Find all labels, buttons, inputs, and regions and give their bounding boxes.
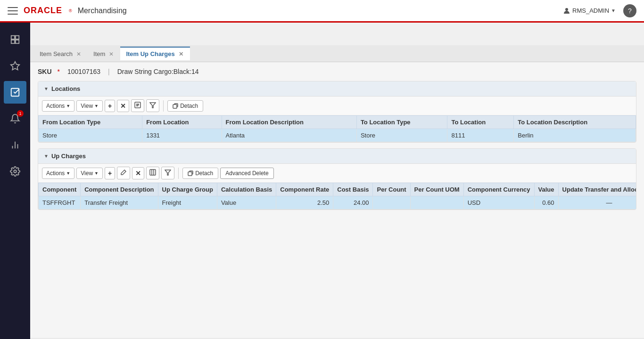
col-value: Value xyxy=(534,183,558,196)
upcharges-edit-row-button[interactable] xyxy=(117,167,130,179)
component-cell: TSFFRGHT xyxy=(39,196,81,210)
tab-close-item-up-charges[interactable]: ✕ xyxy=(178,51,184,57)
col-from-location: From Location xyxy=(142,116,222,129)
col-to-location-description: To Location Description xyxy=(514,116,636,129)
locations-add-button[interactable]: + xyxy=(105,100,115,112)
sidebar-item-notifications[interactable] xyxy=(4,107,26,130)
to-location-type-cell: Store xyxy=(356,129,447,142)
col-cost-basis: Cost Basis xyxy=(333,183,373,196)
sidebar-item-menu[interactable] xyxy=(4,28,26,51)
svg-point-0 xyxy=(565,8,568,11)
locations-delete-button[interactable]: ✕ xyxy=(117,100,129,112)
upcharges-actions-button[interactable]: Actions ▼ xyxy=(42,168,74,179)
view-caret-icon: ▼ xyxy=(94,104,99,108)
upcharges-table-wrapper: Component Component Description Up Charg… xyxy=(38,183,636,210)
locations-section-header[interactable]: ▼ Locations xyxy=(38,81,636,97)
upcharges-toolbar-separator xyxy=(178,168,179,179)
locations-detach-button[interactable]: Detach xyxy=(167,100,203,112)
value-cell: 0.60 xyxy=(534,196,558,210)
sku-label: SKU xyxy=(38,68,52,75)
tab-close-item[interactable]: ✕ xyxy=(108,51,115,57)
sku-required-indicator: * xyxy=(58,68,60,75)
username: RMS_ADMIN xyxy=(572,7,609,14)
col-component-description: Component Description xyxy=(81,183,158,196)
sidebar-item-settings[interactable] xyxy=(4,160,26,183)
locations-collapse-icon: ▼ xyxy=(44,86,49,91)
col-up-charge-group: Up Charge Group xyxy=(158,183,217,196)
tab-item-search[interactable]: Item Search ✕ xyxy=(34,47,88,60)
col-from-location-description: From Location Description xyxy=(222,116,356,129)
table-row[interactable]: TSFFRGHT Transfer Freight Freight Value … xyxy=(39,196,636,210)
actions-caret-icon: ▼ xyxy=(66,104,70,108)
top-bar-right: RMS_ADMIN ▼ ? xyxy=(563,4,636,17)
svg-rect-1 xyxy=(11,36,15,39)
upcharges-columns-icon xyxy=(149,169,156,177)
main-content: Item Search ✕ Item ✕ Item Up Charges ✕ S… xyxy=(30,45,644,339)
locations-table-wrapper: From Location Type From Location From Lo… xyxy=(38,115,636,142)
upcharges-detach-button[interactable]: Detach xyxy=(182,168,218,179)
upcharges-add-button[interactable]: + xyxy=(105,167,115,179)
upcharges-filter-button[interactable] xyxy=(161,167,174,179)
table-row[interactable]: Store 1331 Atlanta Store 8111 Berlin xyxy=(39,129,636,142)
sidebar-item-tasks[interactable] xyxy=(4,81,26,104)
user-dropdown-icon[interactable]: ▼ xyxy=(611,8,616,13)
locations-view-button[interactable]: View ▼ xyxy=(76,100,103,112)
col-update-transfer: Update Transfer and Allocations xyxy=(558,183,636,196)
user-info[interactable]: RMS_ADMIN ▼ xyxy=(563,7,616,15)
upcharges-edit-icon xyxy=(120,169,127,177)
upcharges-table: Component Component Description Up Charg… xyxy=(38,183,636,210)
component-rate-cell: 2.50 xyxy=(276,196,333,210)
sku-value: 100107163 xyxy=(67,68,100,75)
svg-rect-3 xyxy=(11,40,15,43)
upcharges-toolbar: Actions ▼ View ▼ + xyxy=(38,164,636,183)
from-location-type-cell: Store xyxy=(39,129,142,142)
hamburger-menu[interactable] xyxy=(8,7,18,15)
upcharges-view-caret-icon: ▼ xyxy=(94,171,99,176)
col-to-location: To Location xyxy=(447,116,514,129)
locations-edit-button[interactable] xyxy=(131,99,144,112)
upcharges-columns-button[interactable] xyxy=(146,167,159,179)
tab-item-up-charges[interactable]: Item Up Charges ✕ xyxy=(120,47,190,60)
locations-section-title: Locations xyxy=(51,85,80,92)
locations-toolbar: Actions ▼ View ▼ + ✕ xyxy=(38,97,636,115)
sku-divider: | xyxy=(108,68,110,75)
svg-rect-6 xyxy=(11,89,19,97)
col-component-rate: Component Rate xyxy=(276,183,333,196)
sidebar xyxy=(0,23,30,339)
help-button[interactable]: ? xyxy=(623,4,636,17)
locations-actions-button[interactable]: Actions ▼ xyxy=(42,100,74,112)
svg-point-10 xyxy=(14,170,17,173)
svg-rect-21 xyxy=(188,172,192,176)
sidebar-item-favorites[interactable] xyxy=(4,55,26,77)
upcharges-section-title: Up Charges xyxy=(51,153,86,160)
svg-marker-5 xyxy=(11,62,19,70)
advanced-delete-button[interactable]: Advanced Delete xyxy=(220,168,273,179)
bottom-spacer xyxy=(38,216,636,244)
col-calculation-basis: Calculation Basis xyxy=(217,183,276,196)
calculation-basis-cell: Value xyxy=(217,196,276,210)
col-component: Component xyxy=(39,183,81,196)
upcharges-collapse-icon: ▼ xyxy=(44,153,49,159)
tab-close-item-search[interactable]: ✕ xyxy=(75,51,82,57)
user-icon xyxy=(563,7,570,15)
tab-item[interactable]: Item ✕ xyxy=(88,47,120,60)
svg-rect-2 xyxy=(16,36,19,39)
upcharges-actions-caret-icon: ▼ xyxy=(66,171,70,176)
locations-table: From Location Type From Location From Lo… xyxy=(38,115,636,142)
edit-icon xyxy=(134,102,141,110)
upcharges-section-header[interactable]: ▼ Up Charges xyxy=(38,149,636,164)
component-currency-cell: USD xyxy=(463,196,534,210)
upcharges-view-button[interactable]: View ▼ xyxy=(76,168,103,179)
sidebar-item-reports[interactable] xyxy=(4,134,26,156)
per-count-uom-cell xyxy=(410,196,463,210)
locations-filter-button[interactable] xyxy=(146,99,159,112)
from-location-description-cell: Atlanta xyxy=(222,129,356,142)
upcharges-detach-icon xyxy=(188,170,193,176)
upcharges-delete-button[interactable]: ✕ xyxy=(132,167,144,179)
delete-icon: ✕ xyxy=(120,102,126,110)
to-location-description-cell: Berlin xyxy=(514,129,636,142)
sku-header: SKU * 100107163 | Draw String Cargo:Blac… xyxy=(38,68,636,75)
detach-icon xyxy=(173,103,178,109)
upcharges-add-icon: + xyxy=(108,170,112,177)
add-icon: + xyxy=(108,102,112,110)
